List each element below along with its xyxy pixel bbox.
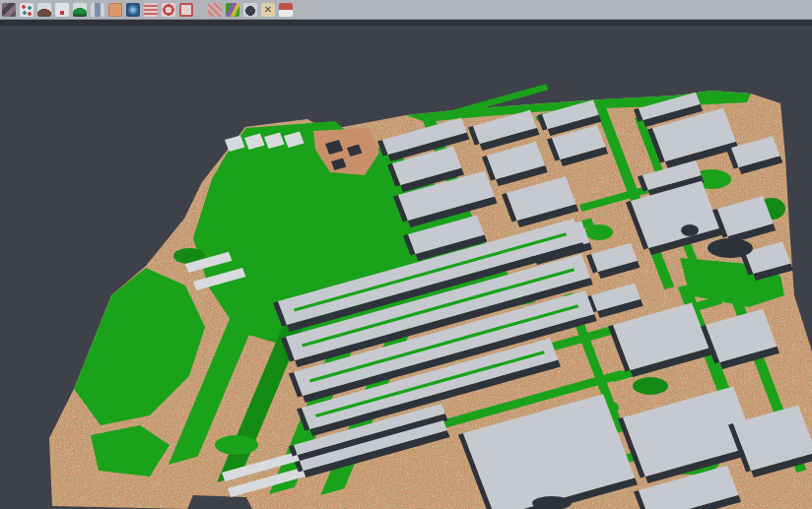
viewport-top-strip	[0, 20, 812, 26]
classification-map-icon[interactable]	[226, 3, 239, 17]
toolbar: ✕	[0, 0, 812, 20]
point-cloud-icon[interactable]	[20, 3, 34, 17]
globe-icon[interactable]	[126, 3, 140, 17]
scene-mesh-icon[interactable]	[2, 3, 16, 17]
circle-select-icon[interactable]	[162, 3, 175, 17]
viewport-3d[interactable]	[0, 0, 812, 509]
vegetation-layer-icon[interactable]	[73, 3, 87, 17]
terrain-model-icon[interactable]	[37, 3, 51, 17]
delete-icon[interactable]: ✕	[261, 3, 275, 17]
clipping-icon[interactable]	[208, 3, 222, 17]
flag-icon[interactable]	[279, 3, 293, 17]
bounding-box-icon[interactable]	[179, 3, 193, 17]
attribute-table-icon[interactable]	[144, 3, 158, 17]
orthophoto-icon[interactable]	[108, 3, 122, 17]
histogram-icon[interactable]	[91, 3, 104, 17]
camera-icon[interactable]	[243, 3, 257, 17]
marker-icon[interactable]	[55, 3, 69, 17]
terrain-mesh	[49, 84, 812, 509]
